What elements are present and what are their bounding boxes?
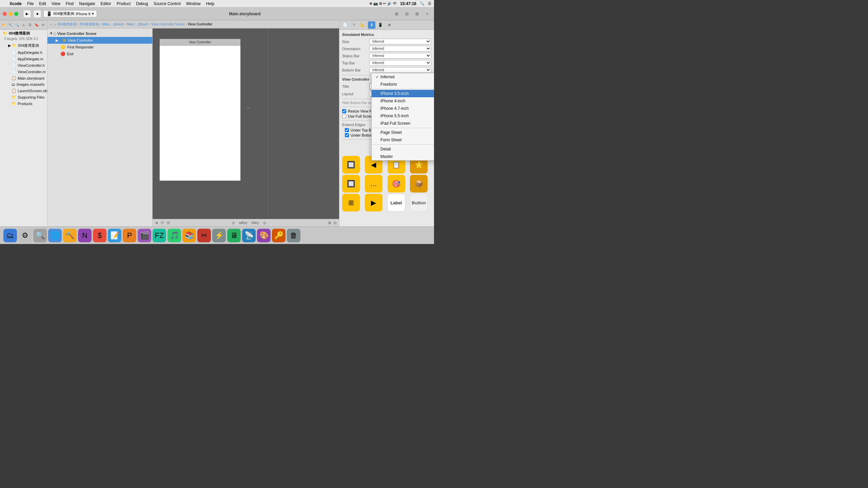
right-tb-metrics-btn[interactable]: 📐 xyxy=(359,21,367,29)
nav-back-button[interactable]: ‹ xyxy=(50,22,52,26)
add-button[interactable]: + xyxy=(423,10,431,18)
size-indicator-left[interactable]: ◎ xyxy=(232,221,235,225)
close-button[interactable] xyxy=(3,12,7,16)
status-left-btn-3[interactable]: ☰ xyxy=(167,221,170,225)
breadcrumb-base[interactable]: Main....(Base) xyxy=(127,22,148,26)
icon-cell-label[interactable]: Label xyxy=(388,194,405,211)
scene-header[interactable]: ▾ □ View Controller Scene xyxy=(47,30,152,37)
icon-cell-8[interactable]: 📦 xyxy=(410,175,428,192)
menu-product[interactable]: Product xyxy=(117,1,131,6)
stop-button[interactable]: ■ xyxy=(33,10,41,18)
status-right-btn-2[interactable]: ⊡ xyxy=(334,221,336,225)
right-tb-connections-btn[interactable]: 📱 xyxy=(377,21,384,29)
breadcrumb-project[interactable]: 004微博案例 xyxy=(57,22,77,27)
dock-filezilla[interactable]: FZ xyxy=(153,229,166,242)
top-bar-select[interactable]: Inferred xyxy=(369,60,431,66)
dock-system-prefs[interactable]: ⚙ xyxy=(18,229,32,242)
dropdown-item-page-sheet[interactable]: Page Sheet xyxy=(372,129,434,136)
dock-misc8[interactable]: 🔑 xyxy=(272,229,285,242)
dropdown-item-master[interactable]: Master xyxy=(372,153,434,160)
dropdown-item-iphone47[interactable]: iPhone 4.7-inch xyxy=(372,105,434,112)
dock-powerpoint[interactable]: P xyxy=(123,229,136,242)
dock-misc4[interactable]: ⚡ xyxy=(212,229,226,242)
sidebar-item-main-storyboard[interactable]: 📋 Main.storyboard xyxy=(0,75,47,81)
scene-item-exit[interactable]: 🔴 Exit xyxy=(47,50,152,57)
dock-misc6[interactable]: 📡 xyxy=(242,229,256,242)
under-top-checkbox[interactable] xyxy=(345,128,349,132)
fullscreen-checkbox[interactable] xyxy=(342,114,346,118)
icon-cell-6[interactable]: … xyxy=(365,175,382,192)
dropdown-item-iphone4[interactable]: iPhone 4-inch xyxy=(372,97,434,105)
dropdown-item-detail[interactable]: Detail xyxy=(372,145,434,153)
icon-cell-button[interactable]: Button xyxy=(410,194,428,211)
size-select[interactable]: Inferred xyxy=(369,39,431,44)
scene-item-view-controller[interactable]: ▶ ⊞ View Controller xyxy=(47,37,152,44)
status-left-btn[interactable]: ⊕ xyxy=(155,221,158,225)
menu-debug[interactable]: Debug xyxy=(136,1,148,6)
breadcrumb-storyboard[interactable]: Main....yboard xyxy=(102,22,123,26)
nav-forward-button[interactable]: › xyxy=(54,22,56,26)
sidebar-item-launchscreen-xib[interactable]: 📋 LaunchScreen.xib xyxy=(0,87,47,94)
dock-safari[interactable]: 🌐 xyxy=(48,229,62,242)
sidebar-item-images-xcassets[interactable]: 🗂 Images.xcassets xyxy=(0,81,47,87)
canvas-body[interactable]: Vew Controller → xyxy=(153,28,339,219)
bottom-bar-select[interactable]: Inferred xyxy=(369,67,431,73)
panel-toggle-center[interactable]: ⊟ xyxy=(403,10,411,18)
sidebar-nav-btn-7[interactable]: ⟳ xyxy=(40,22,46,28)
panel-toggle-right[interactable]: ⊞ xyxy=(413,10,421,18)
h-any-label[interactable]: hAny xyxy=(251,221,259,225)
dropdown-item-iphone55[interactable]: iPhone 5.5-inch xyxy=(372,112,434,120)
dock-macdown[interactable]: 📝 xyxy=(108,229,121,242)
size-indicator-right[interactable]: ◎ xyxy=(263,221,266,225)
dock-misc2[interactable]: 📚 xyxy=(182,229,196,242)
right-tb-identity-btn[interactable]: ⊕ xyxy=(386,21,393,29)
dock-onenote[interactable]: N xyxy=(78,229,92,242)
sidebar-item-project-root[interactable]: 📁 004微博案例 xyxy=(0,30,47,37)
panel-toggle-left[interactable]: ⊞ xyxy=(393,10,401,18)
menu-navigate[interactable]: Navigate xyxy=(79,1,95,6)
scene-item-first-responder[interactable]: 🟡 First Responder xyxy=(47,44,152,50)
menu-edit[interactable]: Edit xyxy=(39,1,46,6)
menu-source-control[interactable]: Source Control xyxy=(154,1,181,6)
w-any-label[interactable]: wAny xyxy=(239,221,247,225)
breadcrumb-vc-scene[interactable]: View Controller Scene xyxy=(151,22,185,26)
sidebar-item-supporting-files[interactable]: 📁 Supporting Files xyxy=(0,94,47,100)
sidebar-item-group[interactable]: ▶ 📁 004微博案例 xyxy=(0,42,47,49)
under-bottom-checkbox[interactable] xyxy=(345,133,349,137)
dock-spotlight[interactable]: 🔍 xyxy=(33,229,47,242)
sidebar-item-appdelegate-h[interactable]: 📄 AppDelegate.h xyxy=(0,49,47,56)
dropdown-item-inferred[interactable]: ✓ Inferred xyxy=(372,73,434,81)
dropdown-item-freeform[interactable]: Freeform xyxy=(372,81,434,88)
play-button[interactable]: ▶ xyxy=(23,10,31,18)
dock-vlc[interactable]: 🎬 xyxy=(138,229,151,242)
menu-find[interactable]: Find xyxy=(66,1,74,6)
breadcrumb-group[interactable]: 004微博案例 xyxy=(80,22,99,27)
icon-cell-7[interactable]: 🎯 xyxy=(388,175,405,192)
sidebar-nav-btn-6[interactable]: 🔖 xyxy=(34,22,39,28)
dock-terminal[interactable]: $ xyxy=(93,229,106,242)
menu-xcode[interactable]: Xcode xyxy=(9,1,22,6)
sidebar-nav-btn-2[interactable]: 🔧 xyxy=(8,22,13,28)
icon-cell-9[interactable]: ⊞ xyxy=(342,194,360,211)
menu-window[interactable]: Window xyxy=(186,1,201,6)
menu-help[interactable]: Help xyxy=(206,1,214,6)
status-right-btn[interactable]: ⊞ xyxy=(328,221,331,225)
icon-cell-1[interactable]: 🔲 xyxy=(342,156,360,174)
sidebar-item-viewcontroller-h[interactable]: 📄 ViewController.h xyxy=(0,62,47,68)
sidebar-nav-btn-1[interactable]: 📂 xyxy=(1,22,7,28)
control-center-icon[interactable]: ☰ xyxy=(428,1,431,6)
icon-cell-5[interactable]: 🔲 xyxy=(342,175,360,192)
breadcrumb-vc[interactable]: View Controller xyxy=(188,22,213,26)
fullscreen-button[interactable] xyxy=(14,12,18,16)
minimize-button[interactable] xyxy=(8,12,13,16)
sidebar-nav-btn-3[interactable]: 🔍 xyxy=(14,22,20,28)
sidebar-item-appdelegate-m[interactable]: 📄 AppDelegate.m xyxy=(0,56,47,62)
dropdown-item-iphone35[interactable]: iPhone 3.5-inch xyxy=(372,90,434,97)
status-left-btn-2[interactable]: ⏱ xyxy=(161,221,164,225)
scheme-selector[interactable]: 📱 004微博案例 iPhone 6 ▾ xyxy=(43,10,97,17)
dock-misc3[interactable]: ✂ xyxy=(197,229,211,242)
search-icon[interactable]: 🔍 xyxy=(420,1,425,6)
menu-editor[interactable]: Editor xyxy=(101,1,111,6)
sidebar-item-products[interactable]: 📁 Products xyxy=(0,100,47,107)
dropdown-item-ipad-full[interactable]: iPad Full Screen xyxy=(372,120,434,127)
